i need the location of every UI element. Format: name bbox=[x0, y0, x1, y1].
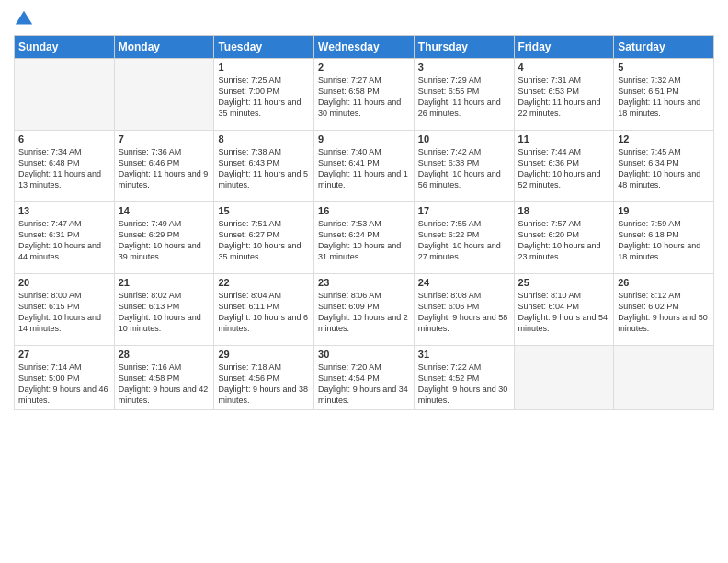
calendar-cell: 7Sunrise: 7:36 AM Sunset: 6:46 PM Daylig… bbox=[114, 131, 214, 202]
weekday-header-friday: Friday bbox=[514, 36, 614, 59]
day-number: 30 bbox=[318, 349, 410, 360]
calendar-cell: 11Sunrise: 7:44 AM Sunset: 6:36 PM Dayli… bbox=[514, 131, 614, 202]
calendar-cell: 22Sunrise: 8:04 AM Sunset: 6:11 PM Dayli… bbox=[214, 274, 314, 346]
calendar-cell: 15Sunrise: 7:51 AM Sunset: 6:27 PM Dayli… bbox=[214, 202, 314, 274]
day-number: 12 bbox=[618, 133, 710, 144]
day-info: Sunrise: 7:16 AM Sunset: 4:58 PM Dayligh… bbox=[119, 362, 210, 407]
calendar-cell: 19Sunrise: 7:59 AM Sunset: 6:18 PM Dayli… bbox=[614, 202, 714, 274]
day-number: 7 bbox=[119, 133, 210, 144]
day-number: 24 bbox=[418, 277, 510, 288]
day-info: Sunrise: 7:29 AM Sunset: 6:55 PM Dayligh… bbox=[418, 75, 510, 120]
day-info: Sunrise: 8:12 AM Sunset: 6:02 PM Dayligh… bbox=[618, 290, 710, 335]
calendar-cell bbox=[15, 59, 115, 131]
day-number: 18 bbox=[518, 205, 610, 216]
calendar-cell: 18Sunrise: 7:57 AM Sunset: 6:20 PM Dayli… bbox=[514, 202, 614, 274]
day-info: Sunrise: 7:22 AM Sunset: 4:52 PM Dayligh… bbox=[418, 362, 510, 407]
day-number: 27 bbox=[18, 349, 110, 360]
calendar-cell: 9Sunrise: 7:40 AM Sunset: 6:41 PM Daylig… bbox=[314, 131, 415, 202]
calendar-cell: 16Sunrise: 7:53 AM Sunset: 6:24 PM Dayli… bbox=[314, 202, 415, 274]
calendar-cell: 17Sunrise: 7:55 AM Sunset: 6:22 PM Dayli… bbox=[414, 202, 514, 274]
calendar-cell: 10Sunrise: 7:42 AM Sunset: 6:38 PM Dayli… bbox=[414, 131, 514, 202]
day-number: 6 bbox=[18, 133, 110, 144]
day-info: Sunrise: 7:42 AM Sunset: 6:38 PM Dayligh… bbox=[418, 146, 510, 191]
day-number: 25 bbox=[518, 277, 610, 288]
weekday-header-thursday: Thursday bbox=[414, 36, 514, 59]
day-number: 15 bbox=[218, 205, 310, 216]
calendar-cell bbox=[114, 59, 214, 131]
day-info: Sunrise: 8:00 AM Sunset: 6:15 PM Dayligh… bbox=[18, 290, 110, 335]
weekday-header-saturday: Saturday bbox=[614, 36, 714, 59]
day-info: Sunrise: 7:38 AM Sunset: 6:43 PM Dayligh… bbox=[218, 146, 310, 191]
day-number: 2 bbox=[318, 62, 410, 73]
day-info: Sunrise: 8:10 AM Sunset: 6:04 PM Dayligh… bbox=[518, 290, 610, 335]
calendar-cell bbox=[514, 346, 614, 410]
day-number: 22 bbox=[218, 277, 310, 288]
day-info: Sunrise: 7:36 AM Sunset: 6:46 PM Dayligh… bbox=[119, 146, 210, 191]
day-number: 26 bbox=[618, 277, 710, 288]
weekday-header-monday: Monday bbox=[114, 36, 214, 59]
day-info: Sunrise: 7:55 AM Sunset: 6:22 PM Dayligh… bbox=[418, 218, 510, 263]
day-number: 20 bbox=[18, 277, 110, 288]
day-info: Sunrise: 7:18 AM Sunset: 4:56 PM Dayligh… bbox=[218, 362, 310, 407]
calendar-cell: 29Sunrise: 7:18 AM Sunset: 4:56 PM Dayli… bbox=[214, 346, 314, 410]
day-number: 19 bbox=[618, 205, 710, 216]
day-number: 23 bbox=[318, 277, 410, 288]
day-number: 29 bbox=[218, 349, 310, 360]
calendar-cell: 25Sunrise: 8:10 AM Sunset: 6:04 PM Dayli… bbox=[514, 274, 614, 346]
logo bbox=[14, 9, 38, 29]
day-info: Sunrise: 7:40 AM Sunset: 6:41 PM Dayligh… bbox=[318, 146, 410, 191]
day-number: 11 bbox=[518, 133, 610, 144]
calendar-cell: 2Sunrise: 7:27 AM Sunset: 6:58 PM Daylig… bbox=[314, 59, 415, 131]
weekday-header-sunday: Sunday bbox=[15, 36, 115, 59]
day-info: Sunrise: 7:49 AM Sunset: 6:29 PM Dayligh… bbox=[119, 218, 210, 263]
calendar-cell: 5Sunrise: 7:32 AM Sunset: 6:51 PM Daylig… bbox=[614, 59, 714, 131]
calendar-week-row: 20Sunrise: 8:00 AM Sunset: 6:15 PM Dayli… bbox=[15, 274, 714, 346]
calendar-week-row: 13Sunrise: 7:47 AM Sunset: 6:31 PM Dayli… bbox=[15, 202, 714, 274]
day-info: Sunrise: 8:06 AM Sunset: 6:09 PM Dayligh… bbox=[318, 290, 410, 335]
day-info: Sunrise: 7:27 AM Sunset: 6:58 PM Dayligh… bbox=[318, 75, 410, 120]
calendar-table: SundayMondayTuesdayWednesdayThursdayFrid… bbox=[14, 35, 714, 410]
day-number: 9 bbox=[318, 133, 410, 144]
day-info: Sunrise: 7:45 AM Sunset: 6:34 PM Dayligh… bbox=[618, 146, 710, 191]
page-header bbox=[14, 9, 714, 29]
calendar-cell: 6Sunrise: 7:34 AM Sunset: 6:48 PM Daylig… bbox=[15, 131, 115, 202]
day-number: 13 bbox=[18, 205, 110, 216]
day-number: 21 bbox=[119, 277, 210, 288]
calendar-cell: 28Sunrise: 7:16 AM Sunset: 4:58 PM Dayli… bbox=[114, 346, 214, 410]
logo-icon bbox=[14, 9, 34, 29]
day-info: Sunrise: 8:04 AM Sunset: 6:11 PM Dayligh… bbox=[218, 290, 310, 335]
calendar-cell: 14Sunrise: 7:49 AM Sunset: 6:29 PM Dayli… bbox=[114, 202, 214, 274]
calendar-cell: 21Sunrise: 8:02 AM Sunset: 6:13 PM Dayli… bbox=[114, 274, 214, 346]
day-info: Sunrise: 7:25 AM Sunset: 7:00 PM Dayligh… bbox=[218, 75, 310, 120]
calendar-cell: 31Sunrise: 7:22 AM Sunset: 4:52 PM Dayli… bbox=[414, 346, 514, 410]
day-info: Sunrise: 7:31 AM Sunset: 6:53 PM Dayligh… bbox=[518, 75, 610, 120]
day-info: Sunrise: 7:34 AM Sunset: 6:48 PM Dayligh… bbox=[18, 146, 110, 191]
day-number: 31 bbox=[418, 349, 510, 360]
day-info: Sunrise: 8:02 AM Sunset: 6:13 PM Dayligh… bbox=[119, 290, 210, 335]
day-info: Sunrise: 7:32 AM Sunset: 6:51 PM Dayligh… bbox=[618, 75, 710, 120]
calendar-cell bbox=[614, 346, 714, 410]
weekday-header-wednesday: Wednesday bbox=[314, 36, 415, 59]
calendar-cell: 4Sunrise: 7:31 AM Sunset: 6:53 PM Daylig… bbox=[514, 59, 614, 131]
calendar-cell: 12Sunrise: 7:45 AM Sunset: 6:34 PM Dayli… bbox=[614, 131, 714, 202]
weekday-header-tuesday: Tuesday bbox=[214, 36, 314, 59]
day-number: 28 bbox=[119, 349, 210, 360]
calendar-week-row: 6Sunrise: 7:34 AM Sunset: 6:48 PM Daylig… bbox=[15, 131, 714, 202]
calendar-cell: 26Sunrise: 8:12 AM Sunset: 6:02 PM Dayli… bbox=[614, 274, 714, 346]
day-number: 1 bbox=[218, 62, 310, 73]
day-info: Sunrise: 7:14 AM Sunset: 5:00 PM Dayligh… bbox=[18, 362, 110, 407]
calendar-week-row: 27Sunrise: 7:14 AM Sunset: 5:00 PM Dayli… bbox=[15, 346, 714, 410]
day-number: 5 bbox=[618, 62, 710, 73]
day-info: Sunrise: 8:08 AM Sunset: 6:06 PM Dayligh… bbox=[418, 290, 510, 335]
day-info: Sunrise: 7:20 AM Sunset: 4:54 PM Dayligh… bbox=[318, 362, 410, 407]
calendar-cell: 24Sunrise: 8:08 AM Sunset: 6:06 PM Dayli… bbox=[414, 274, 514, 346]
calendar-cell: 23Sunrise: 8:06 AM Sunset: 6:09 PM Dayli… bbox=[314, 274, 415, 346]
day-number: 4 bbox=[518, 62, 610, 73]
day-number: 17 bbox=[418, 205, 510, 216]
calendar-cell: 20Sunrise: 8:00 AM Sunset: 6:15 PM Dayli… bbox=[15, 274, 115, 346]
day-number: 10 bbox=[418, 133, 510, 144]
calendar-cell: 8Sunrise: 7:38 AM Sunset: 6:43 PM Daylig… bbox=[214, 131, 314, 202]
day-info: Sunrise: 7:51 AM Sunset: 6:27 PM Dayligh… bbox=[218, 218, 310, 263]
day-info: Sunrise: 7:59 AM Sunset: 6:18 PM Dayligh… bbox=[618, 218, 710, 263]
day-number: 14 bbox=[119, 205, 210, 216]
